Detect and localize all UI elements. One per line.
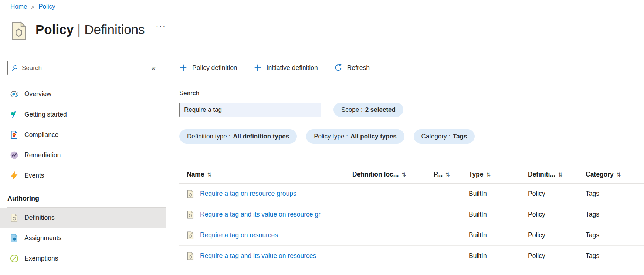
column-header-definition-location[interactable]: Definition loc... ⇅: [352, 171, 434, 178]
main-content: Policy definition Initiative definition …: [166, 52, 644, 275]
column-header-definition-type[interactable]: Definiti... ⇅: [528, 171, 586, 178]
initiative-definition-button-label: Initiative definition: [267, 64, 318, 72]
category-cell: Tags: [586, 231, 644, 239]
sidebar-item-events[interactable]: Events: [0, 165, 166, 186]
initiative-definition-button[interactable]: Initiative definition: [254, 64, 318, 72]
sort-icon: ⇅: [445, 172, 450, 178]
definitions-table: Name ⇅ Definition loc... ⇅ P... ⇅ Type ⇅…: [179, 166, 644, 266]
search-icon: [11, 64, 18, 71]
filter-row-bottom: Definition type :All definition types Po…: [179, 129, 644, 144]
sidebar-item-overview[interactable]: Overview: [0, 84, 166, 104]
sort-icon: ⇅: [401, 172, 406, 178]
sort-icon: ⇅: [487, 172, 491, 178]
filter-row-top: Scope :2 selected: [179, 103, 644, 117]
policy-definition-icon: [10, 214, 18, 222]
column-header-policies[interactable]: P... ⇅: [434, 171, 469, 178]
policy-definition-button[interactable]: Policy definition: [179, 64, 237, 72]
definition-link[interactable]: Require a tag on resources: [200, 231, 278, 239]
remediation-icon: [10, 151, 18, 160]
sidebar-item-label: Assignments: [24, 234, 61, 242]
category-cell: Tags: [586, 211, 644, 218]
category-cell: Tags: [586, 252, 644, 260]
sidebar-search-input[interactable]: [22, 64, 139, 72]
policy-definition-icon: [187, 190, 194, 198]
page-title-secondary: Definitions: [84, 22, 145, 37]
definition-type-cell: Policy: [528, 231, 586, 239]
scope-filter-label: Scope :: [341, 106, 363, 114]
breadcrumb-separator-icon: >: [31, 4, 34, 10]
table-row: Require a tag on resources BuiltIn Polic…: [179, 225, 644, 246]
policy-type-filter-label: Policy type :: [314, 133, 348, 140]
sidebar-item-assignments[interactable]: Assignments: [0, 228, 166, 248]
sidebar-search-row: «: [0, 61, 166, 75]
policy-type-filter-value: All policy types: [350, 133, 397, 140]
definition-link[interactable]: Require a tag on resource groups: [200, 190, 296, 198]
category-cell: Tags: [586, 190, 644, 198]
sidebar-item-definitions[interactable]: Definitions: [0, 208, 166, 228]
breadcrumb-home-link[interactable]: Home: [10, 3, 27, 10]
toolbar-divider: [179, 78, 644, 78]
definition-type-cell: Policy: [528, 190, 586, 198]
column-header-label: Type: [469, 171, 484, 178]
policy-definition-button-label: Policy definition: [192, 64, 237, 72]
search-field-label: Search: [179, 90, 644, 97]
more-options-icon[interactable]: ···: [156, 22, 166, 30]
refresh-button[interactable]: Refresh: [334, 64, 370, 72]
sort-icon: ⇅: [617, 172, 621, 178]
breadcrumb-policy-link[interactable]: Policy: [38, 3, 55, 10]
sidebar-item-compliance[interactable]: Compliance: [0, 125, 166, 145]
page-header: Policy|Definitions ···: [10, 19, 166, 41]
definition-type-filter-pill[interactable]: Definition type :All definition types: [179, 129, 297, 144]
scope-filter-value: 2 selected: [365, 106, 396, 114]
category-filter-label: Category :: [421, 133, 450, 140]
exemptions-icon: [10, 254, 18, 263]
sort-icon: ⇅: [558, 172, 563, 178]
refresh-button-label: Refresh: [347, 64, 370, 72]
page-title-primary: Policy: [35, 22, 74, 37]
category-filter-value: Tags: [453, 133, 467, 140]
category-filter-pill[interactable]: Category :Tags: [414, 129, 475, 144]
sidebar-item-label: Remediation: [24, 151, 61, 159]
page-title-separator: |: [77, 22, 81, 37]
definition-link[interactable]: Require a tag and its value on resources: [200, 252, 316, 260]
definition-type-filter-label: Definition type :: [187, 133, 230, 140]
scope-filter-pill[interactable]: Scope :2 selected: [333, 103, 403, 117]
page-title: Policy|Definitions: [35, 19, 145, 41]
sidebar-item-remediation[interactable]: Remediation: [0, 145, 166, 165]
refresh-icon: [334, 64, 342, 72]
column-header-label: P...: [434, 171, 443, 178]
policy-type-filter-pill[interactable]: Policy type :All policy types: [306, 129, 404, 144]
column-header-type[interactable]: Type ⇅: [469, 171, 528, 178]
column-header-label: Definiti...: [528, 171, 555, 178]
definition-link[interactable]: Require a tag and its value on resource …: [200, 211, 321, 218]
assignments-icon: [10, 234, 18, 242]
sidebar-item-label: Compliance: [24, 131, 58, 139]
plus-icon: [179, 64, 187, 72]
policy-definition-icon: [187, 231, 194, 239]
sidebar-item-label: Overview: [24, 90, 51, 98]
type-cell: BuiltIn: [469, 231, 528, 239]
table-header-row: Name ⇅ Definition loc... ⇅ P... ⇅ Type ⇅…: [179, 166, 644, 184]
sidebar-section-authoring: Authoring: [0, 186, 166, 207]
column-header-category[interactable]: Category ⇅: [586, 171, 644, 178]
events-icon: [10, 171, 18, 180]
getting-started-icon: [10, 110, 18, 119]
sidebar-collapse-icon[interactable]: «: [143, 64, 163, 73]
sidebar-item-label: Definitions: [24, 214, 55, 222]
type-cell: BuiltIn: [469, 252, 528, 260]
definitions-search-input[interactable]: [179, 103, 321, 117]
content-layout: « Overview Getting started Compliance Re…: [0, 52, 644, 275]
breadcrumb: Home > Policy: [10, 3, 55, 10]
overview-icon: [10, 90, 18, 98]
sidebar-item-label: Events: [24, 172, 44, 180]
sidebar-search-box[interactable]: [7, 61, 143, 75]
sidebar-item-getting-started[interactable]: Getting started: [0, 104, 166, 125]
definition-type-filter-value: All definition types: [233, 133, 289, 140]
policy-definition-icon: [187, 252, 194, 260]
column-header-name[interactable]: Name ⇅: [179, 171, 352, 178]
sidebar-item-exemptions[interactable]: Exemptions: [0, 248, 166, 269]
sidebar: « Overview Getting started Compliance Re…: [0, 52, 166, 275]
type-cell: BuiltIn: [469, 190, 528, 198]
policy-definition-icon: [187, 211, 194, 219]
policy-page-icon: [10, 21, 27, 40]
